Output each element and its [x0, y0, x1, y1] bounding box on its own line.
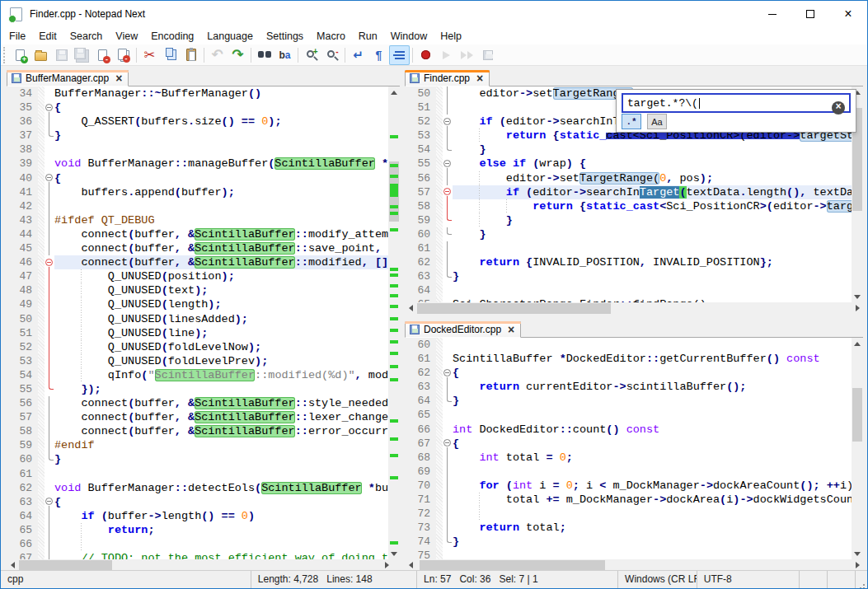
menu-item-view[interactable]: View	[109, 28, 144, 44]
code-line[interactable]: 64 if (buffer->length() == 0)	[7, 509, 388, 523]
code-line[interactable]: 61ScintillaBuffer *DockedEditor::getCurr…	[405, 352, 852, 366]
scroll-left-arrow[interactable]	[405, 302, 416, 314]
indentation-guides-button[interactable]	[389, 45, 410, 65]
menu-item-settings[interactable]: Settings	[260, 28, 310, 44]
bookmark-margin[interactable]	[436, 423, 443, 437]
bookmark-margin[interactable]	[436, 394, 443, 408]
code-line[interactable]: 73 return total;	[405, 521, 852, 535]
code-line[interactable]: 59#endif	[7, 438, 388, 452]
bookmark-margin[interactable]	[38, 227, 45, 241]
close-all-button[interactable]: -	[113, 45, 134, 65]
scrollbar-thumb[interactable]	[417, 303, 611, 314]
code-line[interactable]: 58 return {static_cast<Sci_PositionCR>(e…	[405, 199, 852, 213]
paste-button[interactable]	[181, 45, 201, 65]
bookmark-margin[interactable]	[436, 115, 443, 129]
zoom-out-button[interactable]: -	[321, 45, 342, 65]
bookmark-margin[interactable]	[436, 535, 443, 549]
bookmark-margin[interactable]	[38, 368, 45, 382]
code-line[interactable]: 40{	[7, 171, 388, 185]
bookmark-margin[interactable]	[38, 509, 45, 523]
code-line[interactable]: 47 Q_UNUSED(position);	[7, 269, 388, 283]
code-editor[interactable]: 34BufferManager::~BufferManager()35{36 Q…	[7, 86, 400, 559]
search-input[interactable]: target.*?\( ×	[622, 93, 851, 113]
bookmark-margin[interactable]	[38, 410, 45, 424]
bookmark-margin[interactable]	[436, 338, 443, 352]
code-line[interactable]: 53 Q_UNUSED(foldLevelPrev);	[7, 354, 388, 368]
code-line[interactable]: 46 connect(buffer, &ScintillaBuffer::mod…	[7, 255, 388, 269]
bookmark-margin[interactable]	[436, 143, 443, 157]
bookmark-margin[interactable]	[38, 86, 45, 101]
bookmark-margin[interactable]	[38, 481, 45, 495]
bookmark-margin[interactable]	[38, 129, 45, 143]
fold-collapse-icon[interactable]	[45, 495, 54, 509]
code-line[interactable]: 56 connect(buffer, &ScintillaBuffer::sty…	[7, 396, 388, 410]
code-line[interactable]: 65Sci_CharacterRange Finder::findRange()	[405, 297, 852, 302]
bookmark-margin[interactable]	[436, 185, 443, 199]
scroll-right-arrow[interactable]	[852, 302, 863, 314]
fold-collapse-icon[interactable]	[45, 101, 54, 115]
code-line[interactable]: 63 return currentEditor->scintillaBuffer…	[405, 380, 852, 394]
menu-item-encoding[interactable]: Encoding	[144, 28, 200, 44]
bookmark-margin[interactable]	[38, 143, 45, 157]
bookmark-margin[interactable]	[436, 157, 443, 171]
scroll-down-arrow[interactable]	[388, 548, 400, 559]
code-line[interactable]: 58 connect(buffer, &ScintillaBuffer::err…	[7, 424, 388, 438]
bookmark-margin[interactable]	[436, 380, 443, 394]
code-line[interactable]: 34BufferManager::~BufferManager()	[7, 86, 388, 101]
scroll-up-arrow[interactable]	[852, 338, 863, 349]
bookmark-margin[interactable]	[38, 269, 45, 283]
bookmark-margin[interactable]	[38, 438, 45, 452]
bookmark-margin[interactable]	[436, 493, 443, 507]
zoom-in-button[interactable]: +	[301, 45, 321, 65]
menu-item-help[interactable]: Help	[434, 28, 468, 44]
copy-button[interactable]	[160, 45, 181, 65]
code-line[interactable]: 63}	[405, 269, 852, 283]
code-line[interactable]: 66int DockedEditor::count() const	[405, 423, 852, 437]
find-button[interactable]	[254, 45, 274, 65]
bookmark-margin[interactable]	[38, 297, 45, 311]
scroll-right-arrow[interactable]	[852, 559, 863, 571]
code-line[interactable]: 54 qInfo("ScintillaBuffer::modified(%d)"…	[7, 368, 388, 382]
fold-collapse-icon[interactable]	[443, 115, 453, 129]
menu-item-run[interactable]: Run	[352, 28, 384, 44]
code-line[interactable]: 62{	[405, 366, 852, 380]
code-line[interactable]: 55 });	[7, 382, 388, 396]
status-encoding[interactable]: UTF-8	[697, 571, 800, 588]
code-line[interactable]: 45 connect(buffer, &ScintillaBuffer::sav…	[7, 241, 388, 255]
fold-collapse-icon[interactable]	[45, 171, 54, 185]
code-line[interactable]: 64	[405, 283, 852, 297]
code-line[interactable]: 48 Q_UNUSED(text);	[7, 283, 388, 297]
code-line[interactable]: 42	[7, 199, 388, 213]
tab-close-icon[interactable]: ×	[508, 325, 514, 334]
new-file-button[interactable]: +	[10, 45, 30, 65]
code-line[interactable]: 44 connect(buffer, &ScintillaBuffer::mod…	[7, 227, 388, 241]
code-line[interactable]: 71 total += m_DockManager->dockArea(i)->…	[405, 493, 852, 507]
code-line[interactable]: 41 buffers.append(buffer);	[7, 185, 388, 199]
fold-collapse-icon[interactable]	[443, 185, 453, 199]
bookmark-margin[interactable]	[38, 382, 45, 396]
horizontal-scrollbar[interactable]	[405, 302, 863, 315]
code-line[interactable]: 38	[7, 143, 388, 157]
bookmark-margin[interactable]	[436, 199, 443, 213]
bookmark-margin[interactable]	[436, 269, 443, 283]
code-editor[interactable]: 6061ScintillaBuffer *DockedEditor::getCu…	[405, 338, 863, 559]
scroll-right-arrow[interactable]	[381, 559, 392, 571]
tab-buffermanager-cpp[interactable]: BufferManager.cpp ×	[7, 70, 129, 86]
code-line[interactable]: 60}	[7, 452, 388, 466]
code-line[interactable]: 67{	[405, 437, 852, 451]
code-line[interactable]: 72	[405, 507, 852, 521]
bookmark-margin[interactable]	[436, 408, 443, 422]
bookmark-margin[interactable]	[38, 467, 45, 481]
code-line[interactable]: 57 connect(buffer, &ScintillaBuffer::lex…	[7, 410, 388, 424]
code-line[interactable]: 60 }	[405, 227, 852, 241]
scrollbar-thumb[interactable]	[852, 388, 862, 442]
bookmark-margin[interactable]	[38, 523, 45, 537]
code-line[interactable]: 75	[405, 549, 852, 559]
bookmark-margin[interactable]	[38, 101, 45, 115]
tab-close-icon[interactable]: ×	[476, 73, 483, 83]
menu-item-macro[interactable]: Macro	[310, 28, 352, 44]
bookmark-margin[interactable]	[38, 241, 45, 255]
match-case-toggle-button[interactable]: Aa	[647, 114, 667, 129]
code-line[interactable]: 66	[7, 537, 388, 551]
code-line[interactable]: 62void BufferManager::detectEols(Scintil…	[7, 481, 388, 495]
